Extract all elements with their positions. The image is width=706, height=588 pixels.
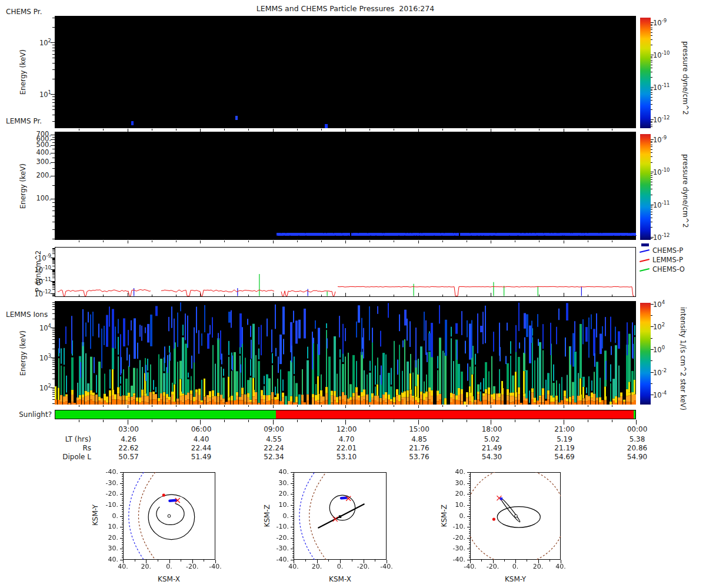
orbit-y-tick-label: -40. [267, 556, 289, 563]
orbit-x-tick-label: 20. [134, 563, 158, 570]
band-texture [520, 233, 521, 233]
x-tick [612, 405, 612, 407]
band-texture [383, 235, 384, 236]
band-texture [458, 233, 459, 233]
orbit-x-tick [158, 560, 158, 562]
rs-value: 21.19 [544, 445, 585, 452]
y-minor-tick [52, 258, 55, 259]
rs-value: 21.76 [399, 445, 440, 452]
y-minor-tick [52, 211, 55, 211]
orbit-y-tick [291, 549, 294, 549]
x-tick [248, 129, 249, 131]
orbit-x-tick [550, 560, 550, 562]
chart-title: LEMMS and CHEMS Particle Pressures 2016:… [55, 5, 636, 13]
cb-minor-tick [651, 109, 652, 110]
time-axis-tick [321, 420, 322, 422]
orbit-y-tick [291, 483, 294, 484]
time-tick-label: 21:00 [544, 426, 585, 433]
y-tick-label: 10-11 [16, 277, 51, 285]
y-major-tick [51, 162, 55, 163]
band-texture [358, 233, 359, 233]
y-minor-tick [52, 48, 55, 48]
x-tick [79, 129, 79, 131]
orbit-y-tick [291, 494, 294, 495]
band-texture [408, 233, 409, 233]
orbit-y-tick [469, 557, 471, 558]
cb-tick-label: 10-9 [653, 18, 679, 26]
time-axis-tick [224, 420, 225, 422]
orbit-x-tick [481, 560, 482, 562]
time-axis-tick [442, 420, 443, 422]
cb-tick-label: 104 [653, 300, 679, 308]
orbit-y-tick-label: 0. [96, 513, 118, 520]
y-minor-tick [52, 366, 55, 367]
cb-minor-tick [651, 179, 652, 180]
orbit-x-tick-label: 40. [549, 563, 572, 570]
y-minor-tick [52, 282, 55, 283]
orbit-ksmx-ksmy-svg [123, 472, 215, 560]
rs-value: 21.49 [471, 445, 512, 452]
orbit-y-tick [122, 496, 124, 497]
orbit-y-tick-label: -10. [267, 523, 289, 530]
orbit-y-tick [292, 547, 294, 547]
orbit-y-tick [122, 557, 124, 558]
cb-minor-tick [651, 24, 652, 25]
orbit-y-tick [467, 472, 470, 473]
band-texture [440, 233, 441, 233]
orbit-y-tick-label: 10. [267, 502, 289, 509]
orbit-y-tick-label: 20. [267, 490, 289, 497]
orbit-y-tick [122, 476, 124, 477]
band-texture [630, 233, 631, 233]
time-axis-tick [79, 420, 79, 422]
band-texture [323, 233, 324, 233]
band-texture [601, 233, 602, 233]
band-texture [453, 233, 454, 233]
orbit-y-tick-label: -10. [96, 502, 118, 509]
cb-minor-tick [651, 28, 652, 28]
band-texture [494, 235, 495, 236]
orbit-y-tick [122, 487, 124, 488]
y-minor-tick [52, 379, 55, 379]
y-minor-tick [52, 293, 55, 294]
cb-tick-label: 10-10 [653, 51, 679, 59]
y-minor-tick [52, 206, 55, 207]
orbit-y-tick [122, 542, 124, 543]
y-minor-tick [52, 121, 55, 122]
orbit-x-tick [305, 560, 306, 562]
y-minor-tick [52, 389, 55, 389]
dipole-value: 54.30 [471, 453, 512, 461]
cb-minor-tick [651, 209, 652, 210]
orbit-y-tick [291, 516, 294, 517]
time-tick-label: 18:00 [471, 426, 512, 433]
time-axis-tick [345, 420, 346, 425]
orbit-y-tick-label: 0. [267, 513, 289, 520]
lt-value: 5.38 [617, 436, 658, 443]
x-tick [564, 240, 564, 243]
cb-tick-label: 10-9 [653, 135, 679, 143]
orbit-y-tick [122, 512, 124, 512]
x-tick [491, 240, 491, 243]
orbit-y-tick [292, 540, 294, 540]
orbit-y-tick [469, 520, 471, 521]
y-minor-tick [52, 58, 55, 58]
orbit-y-tick [120, 560, 123, 560]
orbit-y-tick [469, 485, 471, 486]
orbit-y-tick [291, 538, 294, 539]
y-minor-tick [52, 168, 55, 169]
time-axis-tick [491, 420, 491, 425]
orbit-y-tick-label: 30. [267, 480, 289, 487]
orbit-y-tick [292, 496, 294, 497]
x-tick [152, 240, 152, 242]
y-minor-tick [52, 330, 55, 331]
band-texture [375, 235, 377, 236]
y-minor-tick [52, 285, 55, 285]
band-texture [382, 233, 383, 233]
orbit-x-tick [181, 560, 181, 562]
x-tick [345, 405, 346, 408]
orbit-y-tick [469, 487, 471, 488]
cb-minor-tick [651, 222, 652, 222]
y-minor-tick [52, 248, 55, 249]
cb-tick-label: 10-11 [653, 201, 679, 209]
dipole-value: 53.76 [399, 453, 440, 461]
band-texture [416, 235, 417, 236]
